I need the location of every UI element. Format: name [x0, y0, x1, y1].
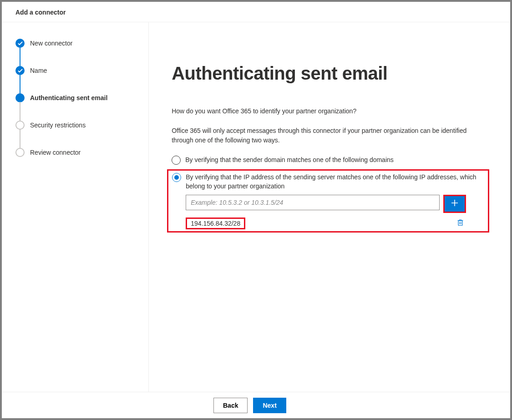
wizard-step-label: New connector [30, 40, 72, 47]
wizard-step-review: Review connector [15, 148, 139, 157]
dialog-footer: Back Next [2, 392, 510, 418]
trash-icon [457, 219, 464, 228]
option-label: By verifying that the sender domain matc… [185, 155, 394, 164]
back-button[interactable]: Back [213, 398, 248, 413]
question-text: How do you want Office 365 to identify y… [172, 106, 483, 116]
svg-rect-0 [458, 221, 462, 226]
wizard-step-security: Security restrictions [15, 121, 139, 130]
main-panel: Authenticating sent email How do you wan… [149, 22, 510, 392]
radio-icon[interactable] [172, 156, 181, 165]
wizard-step-label: Authenticating sent email [30, 94, 107, 101]
dialog-title: Add a connector [15, 9, 66, 16]
next-button[interactable]: Next [253, 398, 286, 413]
wizard-step-label: Name [30, 67, 47, 74]
ip-entry-row: 194.156.84.32/28 [186, 218, 464, 229]
wizard-step-authenticating[interactable]: Authenticating sent email [15, 93, 139, 102]
wizard-step-name[interactable]: Name [15, 66, 139, 75]
pending-step-icon [15, 121, 25, 130]
ip-address-input[interactable] [186, 195, 440, 210]
explanation-text: Office 365 will only accept messages thr… [172, 126, 483, 145]
delete-ip-button[interactable] [456, 219, 464, 228]
wizard-step-label: Review connector [30, 149, 81, 156]
plus-icon [451, 199, 458, 208]
option-domain-verify[interactable]: By verifying that the sender domain matc… [172, 155, 483, 165]
radio-icon[interactable] [172, 173, 181, 182]
wizard-step-label: Security restrictions [30, 121, 86, 129]
add-ip-button[interactable] [445, 196, 465, 212]
page-title: Authenticating sent email [172, 63, 483, 84]
wizard-sidebar: New connector Name Authenticating sent e… [2, 22, 149, 392]
highlight-annotation [443, 195, 466, 213]
wizard-step-new-connector[interactable]: New connector [15, 39, 139, 48]
highlight-annotation: By verifying that the IP address of the … [167, 169, 489, 233]
checkmark-icon [15, 66, 25, 75]
option-label: By verifying that the IP address of the … [186, 172, 484, 191]
checkmark-icon [15, 39, 25, 48]
dialog-header: Add a connector [2, 2, 510, 22]
current-step-icon [15, 93, 25, 102]
ip-entry-value: 194.156.84.32/28 [186, 218, 245, 229]
option-ip-verify[interactable]: By verifying that the IP address of the … [172, 172, 484, 191]
pending-step-icon [15, 148, 25, 157]
